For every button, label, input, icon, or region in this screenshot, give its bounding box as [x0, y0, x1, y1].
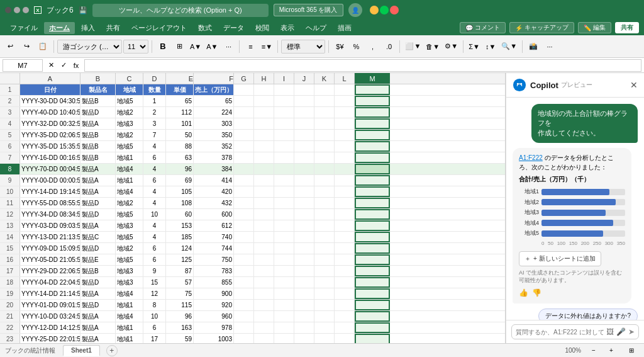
cell-L14[interactable]	[335, 232, 355, 242]
font-size-select[interactable]: 11	[123, 40, 148, 54]
cell-b1[interactable]: 製品名	[80, 84, 116, 95]
cell-E14[interactable]: 185	[166, 232, 194, 242]
add-to-sheet-button[interactable]: ＋ + 新しいシートに追加	[519, 251, 601, 266]
cell-I12[interactable]	[274, 209, 294, 220]
cell-K8[interactable]	[314, 164, 335, 174]
cell-B8[interactable]: 製品A	[80, 164, 116, 174]
format-select[interactable]: 標準	[281, 40, 325, 54]
cell-g3[interactable]	[234, 107, 254, 118]
cell-D4[interactable]: 3	[143, 118, 166, 129]
col-header-j[interactable]: J	[294, 73, 314, 84]
cell-m21[interactable]	[355, 311, 390, 322]
cell-C9[interactable]: 地域1	[116, 175, 143, 186]
cell-H19[interactable]	[254, 288, 274, 299]
cell-L23[interactable]	[335, 334, 355, 343]
cell-reference-input[interactable]	[3, 59, 43, 72]
col-header-d[interactable]: D	[143, 73, 166, 84]
menu-file[interactable]: ファイル	[5, 22, 43, 34]
cell-h1[interactable]	[254, 84, 274, 95]
menu-home[interactable]: ホーム	[44, 22, 75, 34]
cell-B22[interactable]: 製品A	[80, 322, 116, 333]
cell-m1[interactable]	[355, 84, 390, 95]
copilot-close-button[interactable]: ✕	[630, 80, 638, 90]
cell-J15[interactable]	[294, 243, 314, 254]
cell-B19[interactable]: 製品A	[80, 288, 116, 299]
cell-E12[interactable]: 60	[166, 209, 194, 220]
border-button[interactable]: ⊞	[172, 38, 187, 55]
cell-D8[interactable]: 4	[143, 164, 166, 174]
clipboard-button[interactable]: 📋	[35, 38, 50, 55]
zoom-in-button[interactable]: +	[604, 343, 619, 358]
cell-A5[interactable]: YYYY-35-DD 02:06:55	[20, 130, 80, 140]
maximize-button[interactable]	[380, 6, 389, 14]
cell-I5[interactable]	[274, 130, 294, 140]
more-button[interactable]: ···	[221, 38, 236, 55]
cell-A20[interactable]: YYYY-01-DD 09:01:55	[20, 300, 80, 310]
cell-H22[interactable]	[254, 322, 274, 333]
cell-g15[interactable]	[234, 243, 254, 254]
cell-I8[interactable]	[274, 164, 294, 174]
cell-g10[interactable]	[234, 186, 254, 197]
cell-D7[interactable]: 6	[143, 152, 166, 163]
cell-B12[interactable]: 製品D	[80, 209, 116, 220]
font-color-button[interactable]: A▼	[204, 38, 219, 55]
cell-F10[interactable]: 420	[194, 186, 234, 197]
cell-B14[interactable]: 製品C	[80, 232, 116, 242]
cell-H7[interactable]	[254, 152, 274, 163]
col-header-g[interactable]: G	[234, 73, 254, 84]
cell-C6[interactable]: 地域5	[116, 141, 143, 152]
cell-H3[interactable]	[254, 107, 274, 118]
cell-g2[interactable]	[234, 96, 254, 106]
cell-A13[interactable]: YYYY-03-DD 09:03:55	[20, 220, 80, 231]
cell-F7[interactable]: 378	[194, 152, 234, 163]
cell-I10[interactable]	[274, 186, 294, 197]
cell-E6[interactable]: 88	[166, 141, 194, 152]
cell-H20[interactable]	[254, 300, 274, 310]
cell-L22[interactable]	[335, 322, 355, 333]
edit-button[interactable]: ✏️編集	[578, 22, 611, 33]
cell-B4[interactable]: 製品A	[80, 118, 116, 129]
cell-m14[interactable]	[355, 232, 390, 242]
sum-button[interactable]: Σ▼	[467, 38, 482, 55]
cell-H21[interactable]	[254, 311, 274, 322]
cell-I14[interactable]	[274, 232, 294, 242]
cell-A11[interactable]: YYYY-55-DD 08:55:55	[20, 198, 80, 208]
cell-C12[interactable]: 地域5	[116, 209, 143, 220]
cell-J12[interactable]	[294, 209, 314, 220]
cell-J11[interactable]	[294, 198, 314, 208]
cell-C16[interactable]: 地域5	[116, 254, 143, 265]
col-header-c[interactable]: C	[116, 73, 143, 84]
menu-insert[interactable]: 挿入	[76, 22, 100, 34]
cell-F21[interactable]: 960	[194, 311, 234, 322]
font-family-select[interactable]: 游ゴシック (…	[57, 40, 122, 54]
cell-L8[interactable]	[335, 164, 355, 174]
cell-K12[interactable]	[314, 209, 335, 220]
cell-g14[interactable]	[234, 232, 254, 242]
formula-input[interactable]	[84, 59, 641, 72]
cell-E16[interactable]: 125	[166, 254, 194, 265]
cell-D2[interactable]: 1	[143, 96, 166, 106]
cell-g21[interactable]	[234, 311, 254, 322]
cell-F12[interactable]: 600	[194, 209, 234, 220]
cell-L13[interactable]	[335, 220, 355, 231]
cell-A9[interactable]: YYYY-00-DD 00:00:55	[20, 175, 80, 186]
cell-K16[interactable]	[314, 254, 335, 265]
menu-share[interactable]: 共有	[101, 22, 125, 34]
cell-J19[interactable]	[294, 288, 314, 299]
cell-g11[interactable]	[234, 198, 254, 208]
cell-H5[interactable]	[254, 130, 274, 140]
bold-button[interactable]: B	[155, 38, 170, 55]
fill-color-button[interactable]: A▼	[188, 38, 203, 55]
cell-F18[interactable]: 855	[194, 277, 234, 288]
ms365-button[interactable]: Microsoft 365 を購入	[274, 4, 343, 16]
cell-K10[interactable]	[314, 186, 335, 197]
cell-I11[interactable]	[274, 198, 294, 208]
share-button[interactable]: 共有	[615, 22, 639, 33]
cell-H23[interactable]	[254, 334, 274, 343]
cell-j1[interactable]	[294, 84, 314, 95]
cell-g22[interactable]	[234, 322, 254, 333]
format-button[interactable]: ⚙▼	[443, 38, 460, 55]
cell-E10[interactable]: 105	[166, 186, 194, 197]
cell-E21[interactable]: 96	[166, 311, 194, 322]
cell-C20[interactable]: 地域1	[116, 300, 143, 310]
